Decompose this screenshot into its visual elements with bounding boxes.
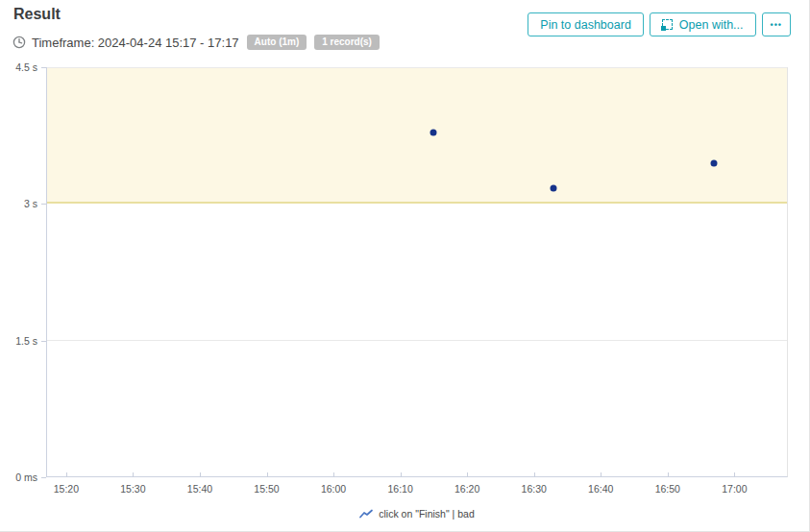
open-with-icon: [662, 19, 673, 30]
x-axis-tick-mark: [267, 472, 268, 477]
y-axis-tick-label: 0 ms: [15, 472, 37, 483]
x-axis-tick-label: 16:40: [588, 483, 613, 495]
legend-label: click on "Finish" | bad: [379, 508, 474, 520]
clock-icon: [12, 36, 26, 49]
open-with-icon-fill: [661, 26, 666, 31]
x-axis-tick-mark: [333, 472, 334, 477]
result-panel: Result Pin to dashboard Open with... •••…: [0, 0, 810, 532]
x-axis-tick-label: 15:20: [54, 483, 79, 495]
x-axis-tick-mark: [534, 472, 535, 477]
y-axis-tick-label: 1.5 s: [15, 335, 37, 347]
x-axis-tick-mark: [734, 472, 735, 477]
threshold-band: [47, 67, 787, 204]
y-axis-tick-label: 4.5 s: [15, 61, 37, 73]
chart-legend: click on "Finish" | bad: [46, 508, 788, 520]
plot-area[interactable]: [46, 67, 788, 477]
y-axis-labels: 4.5 s3 s1.5 s0 ms: [0, 67, 41, 477]
x-axis-tick-label: 15:30: [120, 483, 145, 495]
ellipsis-icon: •••: [771, 20, 782, 30]
x-axis-tick-label: 16:50: [655, 483, 680, 495]
data-point[interactable]: [710, 160, 717, 167]
x-axis-tick-label: 16:10: [387, 483, 412, 495]
x-axis-tick-label: 16:20: [454, 483, 479, 495]
y-axis-tick-label: 3 s: [24, 198, 37, 209]
x-axis-tick-mark: [133, 472, 134, 477]
record-count-badge: 1 record(s): [314, 35, 380, 50]
x-axis-tick-mark: [668, 472, 669, 477]
x-axis-tick-label: 15:50: [254, 483, 279, 495]
pin-to-dashboard-button[interactable]: Pin to dashboard: [528, 12, 644, 36]
x-axis-tick-mark: [601, 472, 601, 477]
legend-item[interactable]: click on "Finish" | bad: [359, 508, 474, 520]
x-axis-ticks: [46, 472, 788, 477]
timeframe-text: Timeframe: 2024-04-24 15:17 - 17:17: [32, 36, 239, 50]
toolbar: Pin to dashboard Open with... •••: [528, 12, 791, 36]
more-actions-button[interactable]: •••: [762, 12, 791, 36]
x-axis-tick-label: 17:00: [722, 483, 747, 495]
gridline: [47, 340, 787, 341]
line-series-icon: [359, 509, 373, 519]
x-axis-tick-label: 16:30: [522, 483, 547, 495]
x-axis-labels: 15:2015:3015:4015:5016:0016:1016:2016:30…: [46, 483, 788, 496]
open-with-label: Open with...: [679, 18, 744, 32]
x-axis-tick-mark: [401, 472, 402, 477]
x-axis-tick-mark: [66, 472, 67, 477]
page-title: Result: [13, 6, 61, 23]
resolution-badge: Auto (1m): [247, 35, 307, 50]
x-axis-tick-mark: [200, 472, 201, 477]
x-axis-tick-mark: [467, 472, 468, 477]
y-axis-tick-mark: [41, 477, 46, 478]
pin-to-dashboard-label: Pin to dashboard: [540, 18, 631, 32]
data-point[interactable]: [551, 184, 557, 191]
data-point[interactable]: [430, 130, 437, 136]
x-axis-tick-label: 15:40: [187, 483, 212, 495]
x-axis-tick-label: 16:00: [321, 483, 346, 495]
gridline: [47, 67, 787, 68]
timeframe-row: Timeframe: 2024-04-24 15:17 - 17:17 Auto…: [12, 34, 380, 51]
open-with-button[interactable]: Open with...: [650, 12, 756, 36]
